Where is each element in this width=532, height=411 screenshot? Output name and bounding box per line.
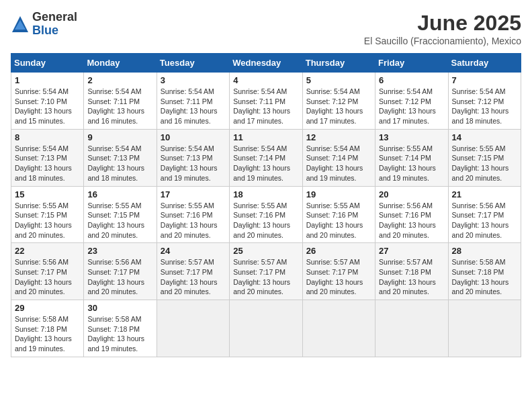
calendar-week-3: 15 Sunrise: 5:55 AM Sunset: 7:15 PM Dayl… [11,186,521,243]
day-number: 11 [233,132,298,142]
day-number: 26 [306,246,371,256]
calendar-cell: 20 Sunrise: 5:56 AM Sunset: 7:16 PM Dayl… [375,186,448,243]
day-number: 28 [452,246,517,256]
header-saturday: Saturday [448,54,521,73]
calendar-cell: 28 Sunrise: 5:58 AM Sunset: 7:18 PM Dayl… [448,243,521,300]
day-info: Sunrise: 5:54 AM Sunset: 7:13 PM Dayligh… [15,144,80,183]
calendar-cell: 6 Sunrise: 5:54 AM Sunset: 7:12 PM Dayli… [375,73,448,130]
calendar-cell [230,300,302,357]
calendar-cell: 27 Sunrise: 5:57 AM Sunset: 7:18 PM Dayl… [375,243,448,300]
day-info: Sunrise: 5:54 AM Sunset: 7:12 PM Dayligh… [306,87,371,126]
header-monday: Monday [84,54,157,73]
calendar-cell: 10 Sunrise: 5:54 AM Sunset: 7:13 PM Dayl… [157,129,229,186]
day-info: Sunrise: 5:55 AM Sunset: 7:15 PM Dayligh… [452,144,517,183]
title-area: June 2025 El Saucillo (Fraccionamiento),… [364,11,521,46]
day-number: 9 [87,132,152,142]
day-number: 12 [306,132,371,142]
day-info: Sunrise: 5:58 AM Sunset: 7:18 PM Dayligh… [452,257,517,297]
main-title: June 2025 [364,11,521,36]
calendar-cell: 4 Sunrise: 5:54 AM Sunset: 7:11 PM Dayli… [230,73,302,130]
calendar-cell: 18 Sunrise: 5:55 AM Sunset: 7:16 PM Dayl… [230,186,302,243]
day-info: Sunrise: 5:54 AM Sunset: 7:13 PM Dayligh… [161,144,226,183]
calendar-cell: 9 Sunrise: 5:54 AM Sunset: 7:13 PM Dayli… [84,129,157,186]
day-number: 13 [379,132,444,142]
day-info: Sunrise: 5:54 AM Sunset: 7:12 PM Dayligh… [452,87,517,126]
day-info: Sunrise: 5:55 AM Sunset: 7:15 PM Dayligh… [87,201,152,240]
logo-general: General [32,11,77,24]
day-number: 4 [233,75,298,85]
calendar-cell: 15 Sunrise: 5:55 AM Sunset: 7:15 PM Dayl… [11,186,84,243]
day-number: 17 [161,189,226,199]
day-number: 1 [15,75,80,85]
header-tuesday: Tuesday [157,54,229,73]
calendar-cell: 25 Sunrise: 5:57 AM Sunset: 7:17 PM Dayl… [230,243,302,300]
header-row: SundayMondayTuesdayWednesdayThursdayFrid… [11,54,521,73]
calendar: SundayMondayTuesdayWednesdayThursdayFrid… [11,53,521,357]
calendar-cell: 22 Sunrise: 5:56 AM Sunset: 7:17 PM Dayl… [11,243,84,300]
day-number: 29 [15,303,80,313]
day-info: Sunrise: 5:54 AM Sunset: 7:11 PM Dayligh… [87,87,152,126]
subtitle: El Saucillo (Fraccionamiento), Mexico [364,36,521,46]
calendar-cell: 29 Sunrise: 5:58 AM Sunset: 7:18 PM Dayl… [11,300,84,357]
header-sunday: Sunday [11,54,84,73]
day-number: 30 [87,303,152,313]
day-info: Sunrise: 5:54 AM Sunset: 7:12 PM Dayligh… [379,87,444,126]
calendar-cell: 17 Sunrise: 5:55 AM Sunset: 7:16 PM Dayl… [157,186,229,243]
day-number: 8 [15,132,80,142]
day-number: 16 [87,189,152,199]
day-number: 5 [306,75,371,85]
day-number: 2 [87,75,152,85]
header: General Blue June 2025 El Saucillo (Frac… [11,11,521,46]
day-info: Sunrise: 5:57 AM Sunset: 7:17 PM Dayligh… [161,257,226,297]
day-info: Sunrise: 5:55 AM Sunset: 7:16 PM Dayligh… [161,201,226,240]
calendar-cell: 21 Sunrise: 5:56 AM Sunset: 7:17 PM Dayl… [448,186,521,243]
calendar-cell: 13 Sunrise: 5:55 AM Sunset: 7:14 PM Dayl… [375,129,448,186]
calendar-cell [157,300,229,357]
day-info: Sunrise: 5:55 AM Sunset: 7:16 PM Dayligh… [306,201,371,240]
day-number: 24 [161,246,226,256]
day-number: 7 [452,75,517,85]
calendar-cell: 14 Sunrise: 5:55 AM Sunset: 7:15 PM Dayl… [448,129,521,186]
day-number: 18 [233,189,298,199]
day-info: Sunrise: 5:56 AM Sunset: 7:17 PM Dayligh… [452,201,517,240]
calendar-body: 1 Sunrise: 5:54 AM Sunset: 7:10 PM Dayli… [11,73,521,357]
day-info: Sunrise: 5:55 AM Sunset: 7:16 PM Dayligh… [233,201,298,240]
calendar-cell [302,300,375,357]
day-number: 25 [233,246,298,256]
day-info: Sunrise: 5:57 AM Sunset: 7:17 PM Dayligh… [306,257,371,297]
header-friday: Friday [375,54,448,73]
day-number: 22 [15,246,80,256]
header-wednesday: Wednesday [230,54,302,73]
day-number: 20 [379,189,444,199]
calendar-week-5: 29 Sunrise: 5:58 AM Sunset: 7:18 PM Dayl… [11,300,521,357]
day-info: Sunrise: 5:54 AM Sunset: 7:11 PM Dayligh… [161,87,226,126]
calendar-cell: 7 Sunrise: 5:54 AM Sunset: 7:12 PM Dayli… [448,73,521,130]
day-info: Sunrise: 5:58 AM Sunset: 7:18 PM Dayligh… [15,314,80,354]
day-info: Sunrise: 5:56 AM Sunset: 7:17 PM Dayligh… [87,257,152,297]
day-info: Sunrise: 5:56 AM Sunset: 7:17 PM Dayligh… [15,257,80,297]
calendar-cell [375,300,448,357]
header-thursday: Thursday [302,54,375,73]
day-number: 14 [452,132,517,142]
day-info: Sunrise: 5:57 AM Sunset: 7:18 PM Dayligh… [379,257,444,297]
calendar-cell: 3 Sunrise: 5:54 AM Sunset: 7:11 PM Dayli… [157,73,229,130]
day-number: 19 [306,189,371,199]
day-info: Sunrise: 5:54 AM Sunset: 7:10 PM Dayligh… [15,87,80,126]
logo-blue: Blue [32,24,77,38]
calendar-cell: 8 Sunrise: 5:54 AM Sunset: 7:13 PM Dayli… [11,129,84,186]
day-number: 10 [161,132,226,142]
day-info: Sunrise: 5:54 AM Sunset: 7:11 PM Dayligh… [233,87,298,126]
day-info: Sunrise: 5:55 AM Sunset: 7:15 PM Dayligh… [15,201,80,240]
calendar-cell [448,300,521,357]
day-info: Sunrise: 5:55 AM Sunset: 7:14 PM Dayligh… [379,144,444,183]
day-info: Sunrise: 5:54 AM Sunset: 7:14 PM Dayligh… [233,144,298,183]
day-number: 21 [452,189,517,199]
logo: General Blue [11,11,77,38]
calendar-cell: 2 Sunrise: 5:54 AM Sunset: 7:11 PM Dayli… [84,73,157,130]
logo-text: General Blue [32,11,77,38]
day-info: Sunrise: 5:58 AM Sunset: 7:18 PM Dayligh… [87,314,152,354]
calendar-cell: 12 Sunrise: 5:54 AM Sunset: 7:14 PM Dayl… [302,129,375,186]
calendar-cell: 16 Sunrise: 5:55 AM Sunset: 7:15 PM Dayl… [84,186,157,243]
calendar-week-2: 8 Sunrise: 5:54 AM Sunset: 7:13 PM Dayli… [11,129,521,186]
day-info: Sunrise: 5:56 AM Sunset: 7:16 PM Dayligh… [379,201,444,240]
